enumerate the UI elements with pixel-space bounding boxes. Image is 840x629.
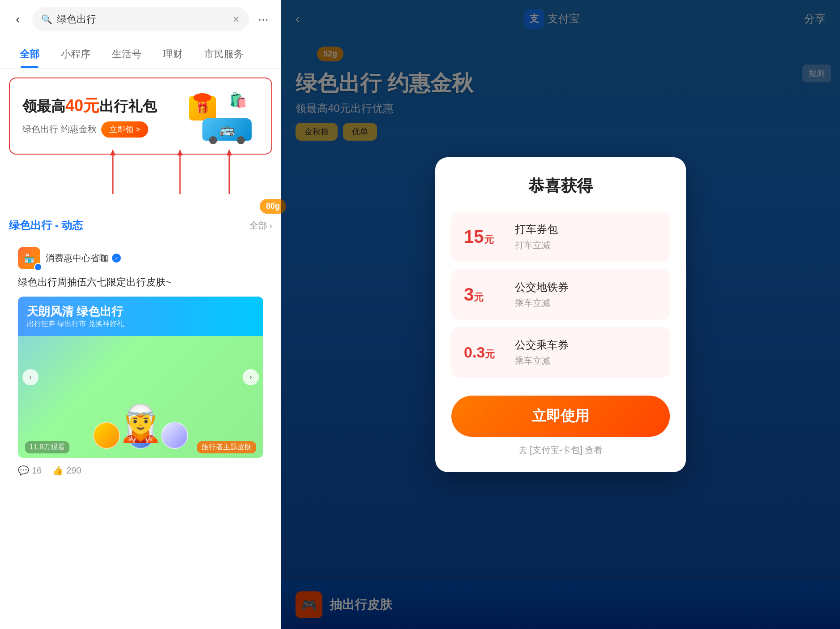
reward-desc-2: 乘车立减 [515, 297, 569, 309]
search-input[interactable]: 绿色出行 [57, 13, 228, 26]
search-bar: ‹ 🔍 绿色出行 ✕ ··· [0, 0, 281, 39]
tab-finance[interactable]: 理财 [152, 39, 193, 68]
post-actions: 💬 16 👍 290 [18, 465, 263, 476]
reward-unit-1: 元 [484, 234, 494, 245]
like-button[interactable]: 👍 290 [52, 465, 81, 476]
modal-title: 恭喜获得 [451, 175, 670, 197]
reward-desc-1: 打车立减 [515, 239, 558, 251]
svg-marker-5 [227, 149, 232, 155]
comment-count: 16 [32, 465, 42, 476]
reward-amount-1: 15元 [464, 228, 504, 246]
char-3 [161, 422, 188, 449]
bus-wheel-left [209, 136, 217, 144]
reward-desc-3: 乘车立减 [515, 355, 569, 367]
next-image-button[interactable]: › [243, 369, 259, 385]
reward-name-2: 公交地铁券 [515, 280, 569, 294]
ad-title-suffix: 出行礼包 [99, 98, 157, 114]
ad-banner[interactable]: 领最高40元出行礼包 绿色出行 约惠金秋 立即领 > 🎁 🚌 🛍️ [9, 78, 272, 155]
reward-info-2: 公交地铁券 乘车立减 [515, 280, 569, 309]
tab-all[interactable]: 全部 [9, 39, 50, 68]
post-card: 🏪 消费惠中心省咖 ✓ 绿色出行周抽伍六七限定出行皮肤~ 天朗风清 绿色出行 出… [9, 238, 272, 485]
view-all-button[interactable]: 全部 › [249, 220, 272, 232]
bus-shape: 🚌 [202, 118, 252, 141]
author-info: 消费惠中心省咖 ✓ [46, 252, 121, 264]
svg-marker-3 [177, 149, 183, 155]
clear-button[interactable]: ✕ [232, 14, 240, 25]
ad-illustration: 🎁 🚌 🛍️ [189, 91, 252, 141]
comment-icon: 💬 [18, 465, 29, 476]
tab-bar: 全部 小程序 生活号 理财 市民服务 [0, 39, 281, 69]
reward-unit-2: 元 [474, 292, 484, 303]
tab-miniapp[interactable]: 小程序 [50, 39, 101, 68]
reward-modal: 恭喜获得 15元 打车券包 打车立减 3元 公交地铁券 乘车立减 [435, 157, 686, 472]
claim-button[interactable]: 立即领 > [101, 121, 149, 138]
reward-info-1: 打车券包 打车立减 [515, 222, 558, 251]
more-button[interactable]: ··· [254, 12, 272, 26]
gift-box: 🎁 [189, 96, 216, 121]
reward-name-3: 公交乘车券 [515, 338, 569, 352]
reward-amount-2: 3元 [464, 285, 504, 303]
ad-title-prefix: 领最高 [22, 98, 65, 114]
tab-lifenumber[interactable]: 生活号 [101, 39, 152, 68]
reward-amount-3: 0.3元 [464, 345, 504, 360]
reward-item-3: 0.3元 公交乘车券 乘车立减 [451, 327, 670, 378]
svg-marker-1 [110, 149, 116, 155]
author-avatar: 🏪 [18, 247, 40, 269]
post-label: 旅行者主题皮肤 [197, 441, 256, 453]
reward-unit-3: 元 [485, 349, 495, 360]
post-content: 绿色出行周抽伍六七限定出行皮肤~ [18, 275, 263, 289]
reward-info-3: 公交乘车券 乘车立减 [515, 338, 569, 367]
use-now-button[interactable]: 立即使用 [451, 396, 670, 437]
author-verified-icon: ✓ [112, 254, 121, 263]
post-image[interactable]: 天朗风清 绿色出行 出行狂奔 绿出行市 兑换神好礼 🧝 ‹ › 11.9万观看 … [18, 297, 263, 458]
search-input-wrap: 🔍 绿色出行 ✕ [32, 7, 249, 31]
author-name: 消费惠中心省咖 [46, 252, 108, 264]
bus-wheel-right [237, 136, 245, 144]
dynamic-title: 绿色出行 - 动态 [9, 218, 83, 233]
char-1 [93, 422, 120, 449]
dynamic-section: 绿色出行 - 动态 全部 › 🏪 消费惠中心省咖 ✓ 绿色出行周抽伍六七限定出行… [0, 211, 281, 485]
search-icon: 🔍 [41, 14, 52, 25]
banner-text: 天朗风清 绿色出行 出行狂奔 绿出行市 兑换神好礼 [27, 304, 124, 329]
reward-item-2: 3元 公交地铁券 乘车立减 [451, 269, 670, 320]
ad-title: 领最高40元出行礼包 [22, 95, 157, 117]
ad-subtitle: 绿色出行 约惠金秋 立即领 > [22, 121, 157, 138]
like-icon: 👍 [52, 465, 64, 476]
dynamic-header: 绿色出行 - 动态 全部 › [9, 211, 272, 238]
post-author: 🏪 消费惠中心省咖 ✓ [18, 247, 263, 269]
ad-text: 领最高40元出行礼包 绿色出行 约惠金秋 立即领 > [22, 95, 157, 138]
like-count: 290 [66, 465, 81, 476]
tab-citizen[interactable]: 市民服务 [193, 39, 254, 68]
image-banner: 天朗风清 绿色出行 出行狂奔 绿出行市 兑换神好礼 [18, 297, 263, 336]
left-panel: ‹ 🔍 绿色出行 ✕ ··· 全部 小程序 生活号 理财 市民服务 领最高40元… [0, 0, 281, 629]
annotation-arrows [10, 149, 271, 198]
reward-item-1: 15元 打车券包 打车立减 [451, 211, 670, 262]
prev-image-button[interactable]: ‹ [22, 369, 39, 385]
comment-button[interactable]: 💬 16 [18, 465, 42, 476]
back-button[interactable]: ‹ [9, 12, 27, 26]
gift-bow [193, 93, 211, 102]
right-panel: ‹ 支 支付宝 分享 52g 规则 绿色出行 约惠金秋 领最高40元出行优惠 金… [281, 0, 840, 629]
view-count: 11.9万观看 [25, 441, 69, 453]
ad-image: 🎁 🚌 🛍️ [180, 89, 261, 143]
ad-title-highlight: 40元 [65, 96, 99, 115]
verified-badge [34, 263, 42, 271]
modal-footer: 去 [支付宝-卡包] 查看 [451, 444, 670, 456]
reward-name-1: 打车券包 [515, 222, 558, 237]
anime-character: 🧝 [118, 402, 163, 444]
modal-overlay: 恭喜获得 15元 打车券包 打车立减 3元 公交地铁券 乘车立减 [281, 0, 840, 629]
